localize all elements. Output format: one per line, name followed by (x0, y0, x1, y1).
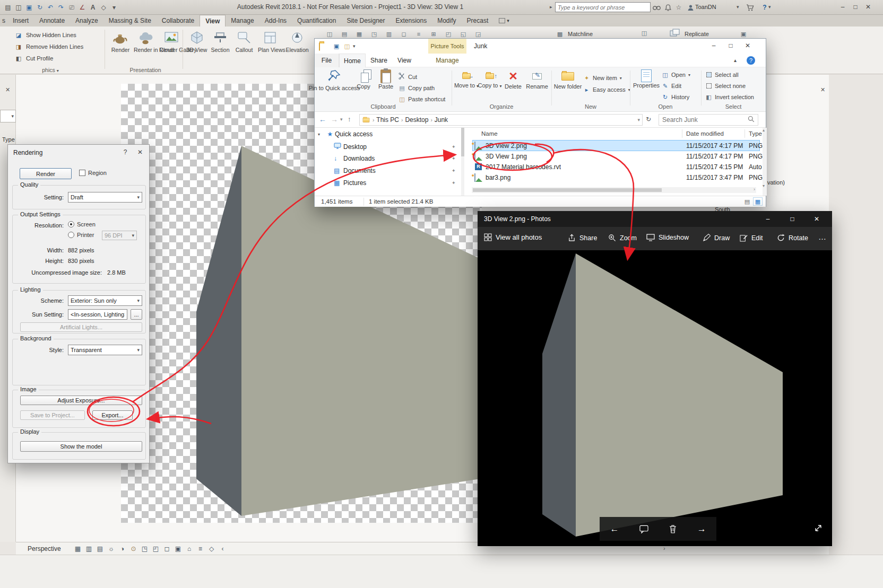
switch-windows-icon[interactable]: ▣ (739, 30, 748, 38)
region-checkbox-box[interactable] (79, 170, 85, 176)
explorer-search-input[interactable] (662, 116, 742, 124)
slideshow-button[interactable]: Slideshow (646, 234, 689, 241)
artificial-lights-button[interactable]: Artificial Lights... (20, 322, 142, 332)
paste-shortcut-button[interactable]: ◫ Paste shortcut (399, 95, 445, 103)
delete-photo-icon[interactable] (669, 525, 677, 533)
render-action-button[interactable]: Render (20, 168, 72, 179)
explorer-tab-view[interactable]: View (392, 54, 417, 67)
schedule-graphics-icon[interactable]: ◲ (473, 30, 483, 38)
render-dialog-icon[interactable]: ⊙ (129, 544, 138, 553)
matchline-grid-icon[interactable]: ▩ (555, 30, 565, 38)
files-hscrollbar[interactable]: › (472, 187, 756, 193)
perspective-label[interactable]: Perspective (28, 545, 61, 552)
select-none-button[interactable]: Select none (705, 82, 746, 90)
tab-analyze[interactable]: Analyze (70, 15, 103, 27)
rename-button[interactable]: ✎ Rename (525, 69, 549, 90)
plan-views-button[interactable]: Plan Views (258, 29, 282, 53)
duplicate-view-icon[interactable]: ◫ (325, 30, 334, 38)
replicate-label[interactable]: Replicate (685, 31, 709, 37)
rendering-help-button[interactable]: ? (119, 147, 131, 157)
collapse-ribbon-icon[interactable]: ▴ (734, 57, 737, 63)
more-options-icon[interactable]: … (818, 232, 827, 241)
dock-dropdown[interactable]: ▾ (0, 110, 16, 122)
viewports-icon[interactable]: ◰ (444, 30, 453, 38)
show-hidden-lines-button[interactable]: ◪ Show Hidden Lines (14, 31, 76, 39)
search-icon[interactable] (748, 116, 755, 124)
tab-modify[interactable]: Modify (432, 15, 461, 27)
photos-maximize-button[interactable]: □ (780, 214, 804, 224)
title-block-icon[interactable]: ◻ (399, 30, 409, 38)
undo-icon[interactable]: ↶ (46, 3, 55, 12)
redo-icon[interactable]: ↷ (56, 3, 66, 12)
tab-collaborate[interactable]: Collaborate (157, 15, 200, 27)
tab-manage[interactable]: Manage (226, 15, 259, 27)
previous-photo-icon[interactable]: ← (610, 524, 619, 534)
presentation-panel-label[interactable]: Presentation (108, 67, 183, 73)
show-the-model-button[interactable]: Show the model (20, 441, 142, 452)
refresh-icon[interactable]: ↻ (646, 116, 651, 123)
copy-button[interactable]: Copy (353, 69, 374, 90)
details-view-icon[interactable]: ▤ (742, 197, 752, 206)
edit-button[interactable]: ✎ Edit (662, 82, 681, 90)
measure-icon[interactable]: ∠ (77, 3, 87, 12)
reveal-hidden-icon[interactable]: ⌂ (185, 544, 194, 553)
copy-to-button[interactable]: ↑ Copy to ▾ (478, 69, 501, 89)
section-button[interactable]: Section (209, 29, 231, 53)
photos-close-button[interactable]: ✕ (804, 214, 829, 224)
share-button[interactable]: Share (568, 234, 597, 242)
sheet-icon[interactable]: ▥ (384, 30, 394, 38)
nav-desktop[interactable]: Desktop ✦ (334, 143, 367, 151)
explorer-qat-caret-icon[interactable]: ▾ (353, 43, 356, 49)
open-button[interactable]: ◫ Open ▾ (662, 71, 690, 79)
dock-close-icon[interactable]: ✕ (5, 86, 10, 93)
copy-path-button[interactable]: ▤ Copy path (399, 84, 435, 92)
dpi-select[interactable]: 96 DPI▾ (102, 231, 137, 240)
picture-tools-contextual-tab[interactable]: Picture Tools (428, 39, 466, 54)
delete-button[interactable]: ✕ Delete (501, 69, 525, 90)
photos-minimize-button[interactable]: – (756, 214, 780, 224)
matchline-label[interactable]: Matchline (568, 31, 593, 37)
schedules-icon[interactable]: ▦ (354, 30, 364, 38)
tab-annotate[interactable]: Annotate (34, 15, 70, 27)
user-menu-caret-icon[interactable]: ▾ (737, 4, 739, 10)
scope-box-icon[interactable]: ◳ (369, 30, 379, 38)
nav-history-caret-icon[interactable]: ▾ (340, 117, 343, 122)
region-checkbox[interactable]: Region (79, 170, 107, 176)
binoculars-icon[interactable] (652, 3, 661, 12)
elevation-button[interactable]: Elevation (284, 29, 310, 53)
explorer-qat-newfolder-icon[interactable]: ◫ (342, 42, 352, 50)
temporary-properties-icon[interactable]: ≡ (196, 544, 205, 553)
easy-access-button[interactable]: ▸ Easy access ▾ (583, 85, 630, 94)
graphics-panel-label[interactable]: phics ▾ (32, 67, 69, 73)
tab-addins[interactable]: Add-Ins (259, 15, 292, 27)
properties-button[interactable]: Properties (633, 69, 660, 89)
print-icon[interactable]: ⎚ (67, 3, 76, 12)
text-icon[interactable]: A (88, 3, 98, 12)
infocenter-caret-icon[interactable]: ▸ (550, 4, 552, 10)
file-row[interactable]: bar3.png 11/15/2017 3:47 PM PNG (473, 172, 759, 182)
explorer-tab-home[interactable]: Home (339, 54, 366, 67)
cut-profile-button[interactable]: ◧ Cut Profile (14, 54, 53, 63)
tab-quantification[interactable]: Quantification (292, 15, 341, 27)
tab-massing-site[interactable]: Massing & Site (103, 15, 157, 27)
modify-panel-icon[interactable]: ▾ (494, 15, 515, 27)
sun-setting-browse-button[interactable]: ... (131, 309, 142, 320)
file-row-selected[interactable]: 3D View 2.png 11/15/2017 4:17 PM PNG (473, 141, 759, 151)
explorer-tab-manage[interactable]: Manage (428, 54, 466, 67)
render-in-cloud-button[interactable]: Render in Cloud (134, 29, 158, 53)
history-button[interactable]: ↻ History (662, 93, 689, 101)
cut-button[interactable]: Cut (399, 73, 417, 81)
explorer-maximize-button[interactable]: □ (722, 40, 739, 51)
sync-icon[interactable]: ↻ (35, 3, 45, 12)
shadows-icon[interactable]: ◑ (118, 544, 127, 553)
nav-quick-access[interactable]: ▾ ★ Quick access (318, 130, 373, 138)
files-vscrollbar[interactable]: ▴ ▾ (763, 128, 767, 196)
favorites-star-icon[interactable]: ☆ (674, 3, 683, 12)
guide-grid-icon[interactable]: ⊞ (429, 30, 438, 38)
detail-level-icon[interactable]: ▥ (84, 544, 93, 553)
save-to-project-button[interactable]: Save to Project... (20, 410, 85, 420)
nav-forward-icon[interactable]: → (331, 115, 338, 124)
column-header-date[interactable]: Date modified (686, 130, 724, 137)
tab-precast[interactable]: Precast (462, 15, 494, 27)
search-box[interactable] (659, 114, 758, 126)
